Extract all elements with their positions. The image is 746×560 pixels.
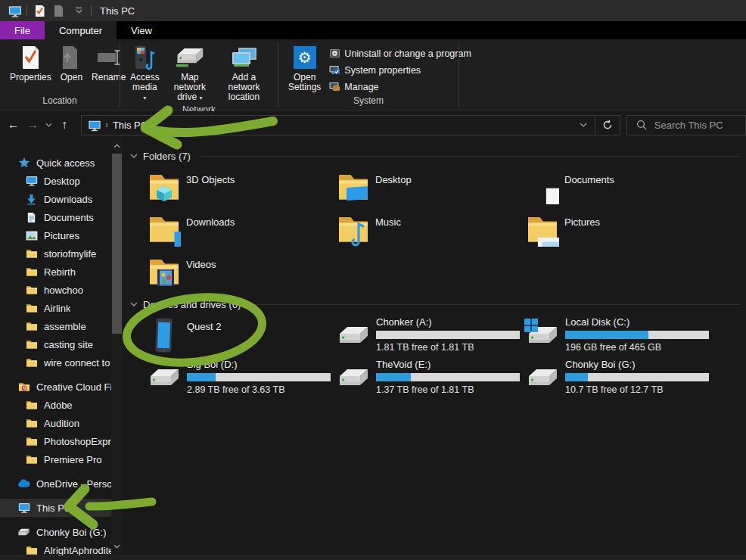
up-button[interactable]: ↑ [55, 116, 73, 134]
open-button[interactable]: Open [57, 43, 86, 84]
qat-customize-chevron[interactable] [69, 2, 89, 19]
tab-file[interactable]: File [0, 21, 45, 39]
folder-tile-videos[interactable]: Videos [148, 254, 337, 297]
desktop-folder-icon [337, 170, 370, 204]
map-network-drive-icon [175, 45, 205, 70]
manage-button[interactable]: Manage [329, 81, 471, 92]
qat-properties-icon[interactable] [30, 2, 49, 19]
devices-section-header[interactable]: Devices and drives (6) [123, 297, 746, 311]
rename-icon [96, 45, 122, 70]
sidebar-item-wire-connect[interactable]: wire connect to p [0, 353, 123, 372]
open-settings-button[interactable]: ⚙ Open Settings [284, 43, 325, 94]
folders-section-header[interactable]: Folders (7) [123, 149, 746, 163]
sidebar-item-casting-site[interactable]: casting site [0, 335, 123, 353]
sidebar-item-storiofmylife[interactable]: storiofmylife [0, 244, 123, 263]
sidebar-item-quick-access[interactable]: Quick access [0, 154, 123, 172]
navigation-bar: ← → ↑ › This PC Search This PC [0, 111, 746, 138]
sidebar-item-audition[interactable]: Audition [0, 414, 123, 432]
scrollbar-thumb[interactable] [112, 154, 122, 334]
windows-logo-icon [524, 319, 538, 332]
this-pc-icon [5, 2, 24, 19]
videos-folder-icon [148, 254, 181, 289]
sidebar-scrollbar[interactable] [111, 138, 123, 555]
title-bar: This PC [0, 0, 746, 21]
search-placeholder: Search This PC [654, 120, 723, 131]
drive-tile-chonker-a[interactable]: Chonker (A:) 1.81 TB free of 1.81 TB [337, 316, 526, 358]
access-media-button[interactable]: Access media ▾ [126, 43, 163, 104]
group-label-system: System [278, 95, 458, 110]
folder-tile-documents[interactable]: Documents [526, 170, 715, 212]
system-properties-icon [329, 64, 340, 76]
recent-locations-chevron[interactable] [42, 116, 55, 134]
add-network-location-button[interactable]: Add a network location [216, 43, 272, 104]
sidebar-item-adobe[interactable]: Adobe [0, 396, 123, 414]
navigation-pane: Quick access Desktop Downloads Documents… [0, 138, 123, 555]
search-box[interactable]: Search This PC [626, 115, 746, 135]
drive-tile-big-boi-d[interactable]: Big Boi (D:) 2.89 TB free of 3.63 TB [148, 358, 337, 400]
sidebar-item-chonky-boi[interactable]: Chonky Boi (G:) [0, 523, 123, 541]
drive-tile-thevoid-e[interactable]: TheVoid (E:) 1.37 TB free of 1.81 TB [337, 358, 526, 400]
device-tile-quest-2[interactable]: Quest 2 [148, 316, 337, 358]
breadcrumb: › This PC [82, 119, 148, 132]
qat-new-folder-icon[interactable] [49, 2, 69, 19]
documents-icon [25, 211, 38, 224]
sidebar-item-pictures[interactable]: Pictures [0, 226, 123, 244]
pictures-icon [25, 229, 38, 242]
map-network-drive-button[interactable]: Map network drive ▾ [165, 43, 215, 104]
sidebar-item-desktop[interactable]: Desktop [0, 172, 123, 190]
dropdown-arrow: ▾ [200, 95, 203, 101]
sidebar-item-premiere-pro[interactable]: Premiere Pro [0, 450, 123, 468]
drive-icon [337, 316, 370, 355]
folder-tile-3d-objects[interactable]: 3D Objects [148, 170, 337, 212]
sidebar-item-alrightaphrodite[interactable]: AlrightAphrodite [0, 541, 123, 555]
capacity-bar [376, 331, 520, 339]
folder-icon [25, 399, 38, 412]
drive-icon [337, 358, 370, 397]
file-explorer-window: This PC File Computer View Properties O [0, 0, 746, 560]
folder-tile-music[interactable]: Music [337, 212, 526, 254]
sidebar-item-airlink[interactable]: Airlink [0, 299, 123, 317]
sidebar-item-creative-cloud[interactable]: Creative Cloud File [0, 378, 123, 396]
tab-computer[interactable]: Computer [45, 21, 117, 39]
music-folder-icon [337, 212, 370, 247]
refresh-button[interactable] [595, 116, 620, 134]
open-icon [61, 45, 82, 70]
tab-view[interactable]: View [117, 21, 166, 39]
scroll-up-arrow[interactable] [111, 140, 123, 152]
properties-button[interactable]: Properties [6, 43, 55, 84]
downloads-icon [25, 193, 38, 206]
collapse-chevron-icon[interactable] [130, 154, 138, 158]
folder-tile-pictures[interactable]: Pictures [526, 212, 715, 254]
quest-2-phone-icon [148, 316, 181, 355]
breadcrumb-separator: › [105, 120, 108, 130]
sidebar-item-photoshopexpress[interactable]: PhotoshopExpres [0, 432, 123, 450]
collapse-chevron-icon[interactable] [130, 302, 138, 306]
folder-tile-desktop[interactable]: Desktop [337, 170, 526, 212]
sidebar-item-documents[interactable]: Documents [0, 208, 123, 226]
folder-tile-downloads[interactable]: Downloads [148, 212, 337, 254]
sidebar-item-assemble[interactable]: assemble [0, 317, 123, 335]
forward-button[interactable]: → [24, 116, 42, 134]
sidebar-item-howchoo[interactable]: howchoo [0, 281, 123, 299]
folder-icon [25, 320, 38, 333]
sidebar-item-downloads[interactable]: Downloads [0, 190, 123, 208]
qat-separator [91, 5, 92, 16]
uninstall-program-button[interactable]: Uninstall or change a program [329, 48, 471, 59]
back-button[interactable]: ← [5, 116, 23, 134]
creative-cloud-folder-icon [17, 381, 30, 394]
address-bar[interactable]: › This PC [81, 115, 620, 135]
system-properties-button[interactable]: System properties [329, 64, 471, 76]
breadcrumb-this-pc[interactable]: This PC [113, 120, 148, 131]
drive-tile-local-disk-c[interactable]: Local Disk (C:) 196 GB free of 465 GB [526, 316, 715, 358]
status-bar-sliver [0, 555, 746, 560]
folder-icon [25, 417, 38, 430]
scroll-down-arrow[interactable] [111, 540, 123, 552]
ribbon-tab-strip: File Computer View [0, 21, 746, 39]
drive-tile-chonky-boi-g[interactable]: Chonky Boi (G:) 10.7 TB free of 12.7 TB [526, 358, 715, 400]
address-dropdown-chevron[interactable] [572, 116, 595, 134]
dropdown-arrow: ▾ [143, 95, 146, 101]
sidebar-item-onedrive[interactable]: OneDrive - Persona [0, 474, 123, 493]
sidebar-item-rebirth[interactable]: Rebirth [0, 263, 123, 281]
sidebar-item-this-pc[interactable]: This PC [0, 499, 123, 517]
drive-icon [526, 358, 559, 397]
